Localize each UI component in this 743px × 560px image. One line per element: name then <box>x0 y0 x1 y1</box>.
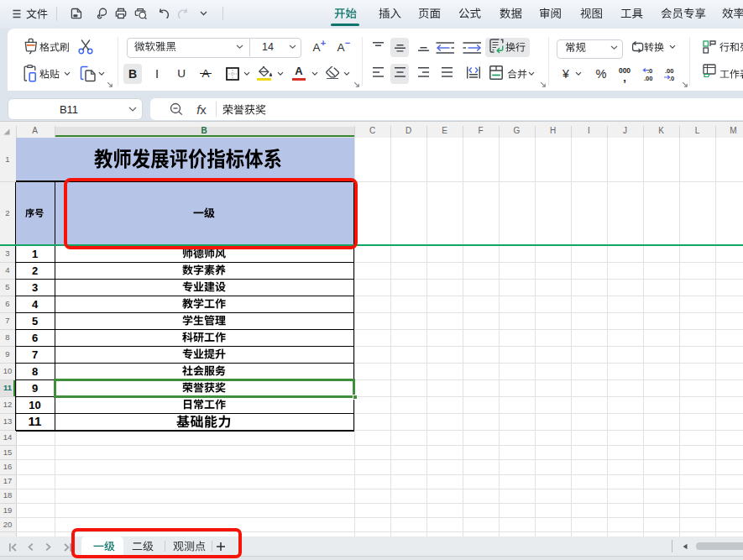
svg-text:.00: .00 <box>644 75 652 81</box>
